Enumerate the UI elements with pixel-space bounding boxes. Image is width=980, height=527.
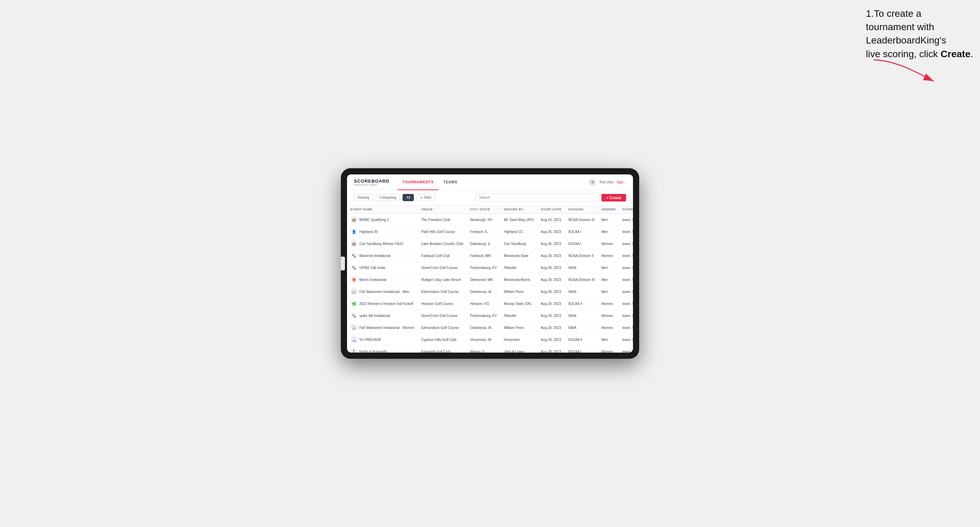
cell-city-state: Prestonsburg, KY — [467, 310, 500, 322]
cell-hosted-by: Minnesota-Morris — [500, 274, 537, 286]
annotation-line2: tournament with — [866, 22, 934, 32]
cell-hosted-by: Minnesota State — [500, 250, 537, 262]
search-input[interactable] — [475, 194, 599, 202]
cell-hosted-by: Pikeville — [500, 262, 537, 274]
sidebar-toggle[interactable]: › — [341, 257, 345, 270]
table-row: 🏫 Carl Sandburg Women FA23 Lake Bracken … — [347, 238, 633, 250]
cell-start-date: Aug 28, 2023 — [537, 346, 565, 353]
table-body: 🏫 MSMC Qualifying 1 The Powelton ClubNew… — [347, 214, 633, 353]
main-nav: TOURNAMENTS TEAMS — [398, 175, 589, 190]
cell-venue: Lake Bracken Country Club — [418, 238, 466, 250]
cell-scoring: team, Stroke Play — [619, 322, 633, 334]
cell-division: NAIA — [565, 322, 598, 334]
event-name: Highland 36 — [360, 230, 377, 234]
table-row: 🏔️ VU PREVIEW Cypress Hills Golf ClubVin… — [347, 334, 633, 346]
filter-options-button[interactable]: ≡ Filter — [417, 194, 435, 201]
cell-start-date: Aug 25, 2023 — [537, 226, 565, 238]
filter-hosting-button[interactable]: Hosting — [354, 194, 373, 201]
cell-start-date: Aug 28, 2023 — [537, 334, 565, 346]
cell-gender: Men — [598, 334, 619, 346]
col-scoring: SCORING — [619, 205, 633, 214]
nav-tab-teams[interactable]: TEAMS — [439, 175, 462, 190]
nav-tab-tournaments[interactable]: TOURNAMENTS — [398, 175, 439, 190]
event-name: MSMC Qualifying 1 — [360, 218, 389, 222]
table-row: 🐾 UPIKE Fall Invite StoneCrest Golf Cour… — [347, 262, 633, 274]
table-row: 🏫 MSMC Qualifying 1 The Powelton ClubNew… — [347, 214, 633, 226]
logo-title: SCOREBOARD — [354, 179, 390, 184]
cell-gender: Women — [598, 346, 619, 353]
event-name: Fall Statesmen Invitational - Men — [360, 290, 409, 294]
cell-scoring: team, Stroke Play — [619, 250, 633, 262]
arrow-annotation — [870, 57, 939, 84]
cell-scoring: team, Stroke Play — [619, 274, 633, 286]
annotation-line1: 1.To create a — [866, 8, 921, 19]
cell-division: NAIA — [565, 262, 598, 274]
annotation-block: 1.To create a tournament with Leaderboar… — [866, 7, 973, 61]
settings-icon[interactable]: ⚙ — [589, 179, 596, 186]
cell-scoring: team, Stroke Play — [619, 334, 633, 346]
header-right: ⚙ Test User Sign... — [589, 179, 626, 186]
col-city-state: CITY, STATE — [467, 205, 500, 214]
cell-gender: Men — [598, 274, 619, 286]
table-container[interactable]: EVENT NAME VENUE CITY, STATE HOSTED BY S… — [347, 205, 633, 352]
filter-competing-button[interactable]: Competing — [376, 194, 400, 201]
toolbar: Hosting Competing All ≡ Filter + Create — [347, 190, 633, 205]
cell-start-date: Aug 28, 2023 — [537, 250, 565, 262]
cell-division: NJCAA I — [565, 238, 598, 250]
cell-hosted-by: William Penn — [500, 322, 537, 334]
annotation-bold: Create — [940, 49, 970, 59]
cell-venue: StoneCrest Golf Course — [418, 310, 466, 322]
event-name: Carl Sandburg Women FA23 — [360, 242, 403, 246]
cell-start-date: Aug 28, 2023 — [537, 310, 565, 322]
cell-division: NJCAA I — [565, 226, 598, 238]
cell-gender: Men — [598, 226, 619, 238]
filter-label: Filter — [424, 196, 431, 199]
event-name: upike fall invitational — [360, 314, 390, 317]
cell-city-state: Newburgh, NY — [467, 214, 500, 226]
cell-scoring: team, Stroke Play — [619, 286, 633, 298]
table-row: ⚔️ Fall Statesmen Invitational - Men Edm… — [347, 286, 633, 298]
event-name: Maverick Invitational — [360, 254, 391, 258]
cell-venue: Ruttger's Bay Lake Resort — [418, 274, 466, 286]
cell-scoring: team, Stroke Play — [619, 310, 633, 322]
event-name: Morris Invitational — [360, 278, 386, 282]
cell-division: NCAA Division II — [565, 250, 598, 262]
table-row: ⚔️ Fall Statesmen Invitational - Women E… — [347, 322, 633, 334]
cell-start-date: Aug 24, 2023 — [537, 214, 565, 226]
col-division: DIVISION — [565, 205, 598, 214]
table-row: 🏌️ Klash at Kokopelli Kokopelli Golf Clu… — [347, 346, 633, 353]
cell-scoring: team, Stroke Play — [619, 238, 633, 250]
annotation-line4: live scoring, click — [866, 49, 938, 59]
logo-sub: Powered by Clippit — [354, 184, 390, 186]
cell-city-state: Prestonsburg, KY — [467, 262, 500, 274]
filter-all-button[interactable]: All — [402, 194, 414, 201]
table-header-row: EVENT NAME VENUE CITY, STATE HOSTED BY S… — [347, 205, 633, 214]
tablet-screen: SCOREBOARD Powered by Clippit TOURNAMENT… — [347, 175, 633, 352]
user-name: Test User — [599, 180, 613, 184]
cell-hosted-by: John A Logan — [500, 346, 537, 353]
cell-hosted-by: Carl Sandburg — [500, 238, 537, 250]
cell-scoring: team, Stroke Play — [619, 214, 633, 226]
table-row: 🐾 upike fall invitational StoneCrest Gol… — [347, 310, 633, 322]
col-venue: VENUE — [418, 205, 466, 214]
cell-city-state: Hesston, KS — [467, 298, 500, 310]
cell-venue: The Powelton Club — [418, 214, 466, 226]
event-name: Fall Statesmen Invitational - Women — [360, 326, 414, 330]
col-start-date: START DATE — [537, 205, 565, 214]
event-name: VU PREVIEW — [360, 338, 381, 341]
cell-start-date: Aug 26, 2023 — [537, 238, 565, 250]
cell-scoring: team, Stroke Play — [619, 262, 633, 274]
cell-gender: Women — [598, 322, 619, 334]
create-button[interactable]: + Create — [601, 194, 626, 202]
cell-hosted-by: Highland CC — [500, 226, 537, 238]
sign-in-link[interactable]: Sign... — [617, 180, 626, 184]
cell-division: NAIA — [565, 310, 598, 322]
cell-division: NJCAA II — [565, 334, 598, 346]
cell-venue: StoneCrest Golf Course — [418, 262, 466, 274]
cell-division: NAIA — [565, 286, 598, 298]
cell-hosted-by: Vincennes — [500, 334, 537, 346]
filter-icon: ≡ — [420, 196, 422, 199]
cell-division: NCAA Division III — [565, 274, 598, 286]
table-row: 🐾 Maverick Invitational Faribault Golf C… — [347, 250, 633, 262]
create-button-label: + Create — [606, 196, 621, 200]
